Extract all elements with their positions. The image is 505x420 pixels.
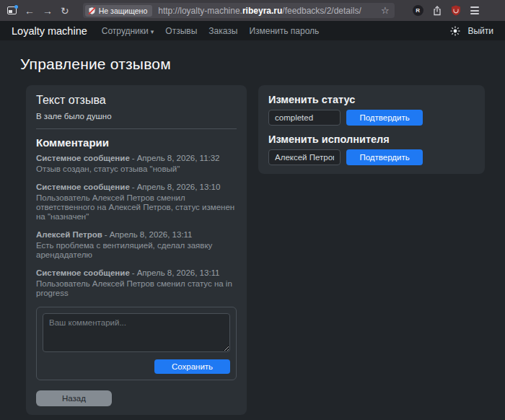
save-comment-button[interactable]: Сохранить (154, 359, 230, 374)
assignee-row: Подтвердить (268, 149, 475, 165)
shield-crossed-icon (88, 6, 96, 15)
comments-title: Комментарии (36, 136, 237, 149)
security-badge-label: Не защищено (99, 6, 148, 15)
nav-item-orders[interactable]: Заказы (208, 26, 237, 36)
nav-item-change-password[interactable]: Изменить пароль (249, 26, 319, 36)
comment-text: Есть проблема с вентиляцией, сделал заяв… (36, 241, 237, 260)
ublock-shield-icon[interactable] (451, 5, 461, 16)
brand-link[interactable]: Loyalty machine (12, 25, 87, 37)
url-bar[interactable]: Не защищено http://loyalty-machine.ribey… (83, 3, 395, 18)
forward-icon[interactable]: → (43, 6, 53, 16)
comment-separator: - (132, 183, 135, 191)
url-domain: ribeyra.ru (242, 6, 282, 16)
security-badge[interactable]: Не защищено (85, 5, 153, 17)
comment-date: Апрель 8, 2026, 13:10 (137, 183, 221, 191)
theme-sun-icon[interactable] (450, 26, 460, 36)
comment-text: Пользователь Алексей Петров сменил ответ… (36, 193, 237, 222)
feedback-text-title: Текст отзыва (36, 93, 237, 108)
back-icon[interactable]: ← (25, 6, 35, 16)
comment-item: Системное сообщение-Апрель 8, 2026, 11:3… (36, 154, 237, 174)
comment-date: Апрель 8, 2026, 13:11 (110, 230, 193, 239)
nav-item-feedbacks[interactable]: Отзывы (165, 26, 197, 36)
comment-item: Системное сообщение-Апрель 8, 2026, 13:1… (36, 268, 237, 298)
page-title: Управление отзывом (20, 56, 485, 73)
divider (36, 128, 237, 129)
share-icon[interactable] (433, 6, 442, 16)
comment-form: Сохранить (36, 307, 237, 380)
confirm-status-button[interactable]: Подтвердить (346, 110, 423, 126)
menu-icon[interactable] (470, 6, 479, 14)
toolbar-extensions: R (413, 5, 479, 16)
comment-input[interactable] (43, 313, 230, 352)
chevron-down-icon: ▾ (151, 28, 154, 35)
back-button[interactable]: Назад (36, 390, 112, 406)
comment-header: Алексей Петров-Апрель 8, 2026, 13:11 (36, 230, 237, 240)
window-inner-shape (9, 10, 12, 13)
comment-header: Системное сообщение-Апрель 8, 2026, 11:3… (36, 154, 237, 163)
feedback-card: Текст отзыва В зале было душно Комментар… (26, 85, 247, 415)
change-status-title: Изменить статус (268, 93, 475, 106)
feedback-text-value: В зале было душно (36, 111, 237, 121)
firefox-view-icon[interactable] (7, 6, 17, 14)
browser-toolbar: ← → ↻ Не защищено http://loyalty-machine… (0, 0, 505, 21)
app-navbar: Loyalty machine Сотрудники▾ Отзывы Заказ… (0, 21, 505, 40)
logout-link[interactable]: Выйти (467, 26, 493, 36)
comment-text: Отзыв создан, статус отзыва "новый" (36, 165, 237, 174)
comment-header: Системное сообщение-Апрель 8, 2026, 13:1… (36, 268, 237, 278)
comment-separator: - (132, 268, 135, 277)
comment-item: Алексей Петров-Апрель 8, 2026, 13:11 Ест… (36, 230, 237, 260)
comment-date: Апрель 8, 2026, 11:32 (137, 154, 220, 162)
cards-row: Текст отзыва В зале было душно Комментар… (26, 85, 485, 415)
comment-author: Системное сообщение (36, 183, 130, 191)
comment-separator: - (132, 154, 135, 162)
save-row: Сохранить (43, 359, 230, 374)
reload-icon[interactable]: ↻ (61, 6, 69, 16)
comment-author: Алексей Петров (36, 230, 102, 239)
main-content: Управление отзывом Текст отзыва В зале б… (0, 40, 505, 420)
nav-item-employees-label: Сотрудники (102, 26, 149, 36)
url-prefix: http://loyalty-machine. (158, 6, 242, 16)
menu-bar (470, 6, 479, 8)
manage-card: Изменить статус Подтвердить Изменить исп… (258, 85, 485, 174)
comment-date: Апрель 8, 2026, 13:11 (137, 268, 220, 277)
assignee-input[interactable] (268, 149, 341, 165)
comment-author: Системное сообщение (36, 154, 130, 162)
nav-item-employees[interactable]: Сотрудники▾ (102, 26, 154, 36)
comment-author: Системное сообщение (36, 268, 130, 277)
comment-separator: - (105, 230, 107, 239)
status-input[interactable] (268, 110, 341, 126)
confirm-assignee-button[interactable]: Подтвердить (346, 149, 423, 165)
url-path: /feedbacks/2/details/ (282, 6, 361, 16)
navbar-right: Выйти (450, 26, 493, 36)
account-icon[interactable]: R (413, 5, 423, 16)
comment-text: Пользователь Алексей Петров сменил стату… (36, 279, 237, 298)
status-row: Подтвердить (268, 110, 475, 126)
change-assignee-title: Изменить исполнителя (268, 133, 475, 146)
menu-bar (470, 13, 479, 14)
comment-header: Системное сообщение-Апрель 8, 2026, 13:1… (36, 183, 237, 192)
nav-links: Сотрудники▾ Отзывы Заказы Изменить парол… (102, 26, 320, 36)
bookmark-star-icon[interactable]: ☆ (381, 5, 390, 16)
url-text: http://loyalty-machine.ribeyra.ru/feedba… (158, 6, 361, 16)
comment-item: Системное сообщение-Апрель 8, 2026, 13:1… (36, 183, 237, 222)
notification-dot (14, 5, 18, 9)
menu-bar (470, 10, 479, 12)
